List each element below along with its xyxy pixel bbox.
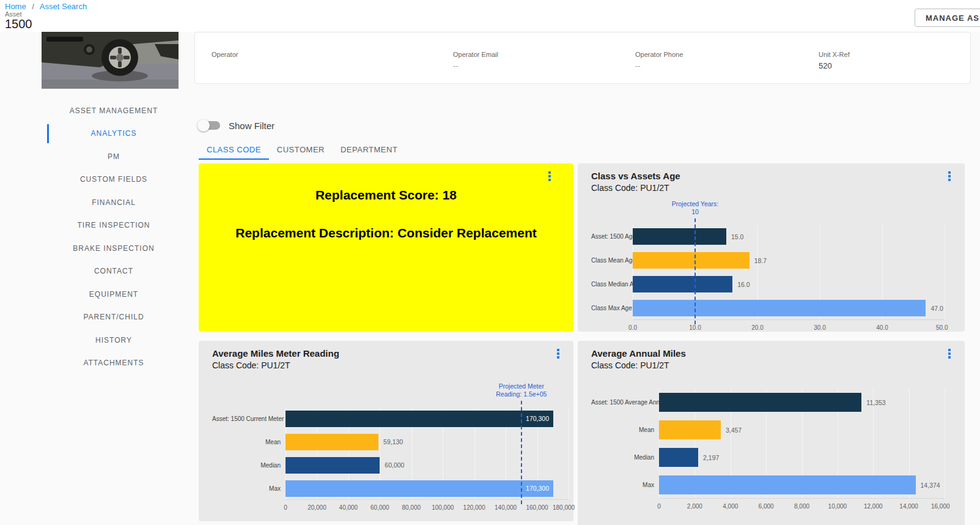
sidebar-item-custom-fields[interactable]: CUSTOM FIELDS (46, 168, 182, 192)
x-axis-tick-label: 50.0 (936, 324, 948, 331)
category-label: Class Max Age (591, 305, 633, 311)
chart-subtitle: Class Code: PU1/2T (591, 360, 669, 370)
x-axis-tick-label: 140,000 (495, 504, 517, 511)
chart-row: Median2,197 (591, 444, 945, 471)
category-label: Median (591, 454, 659, 461)
x-axis-tick-label: 20.0 (751, 324, 763, 331)
chart-menu-icon[interactable] (544, 169, 555, 183)
operator-email-value: -- (453, 61, 498, 70)
x-axis-tick-label: 6,000 (759, 503, 774, 510)
tab-class-code[interactable]: CLASS CODE (199, 140, 269, 160)
x-axis-tick-label: 0 (284, 504, 287, 511)
sidebar-item-history[interactable]: HISTORY (46, 329, 182, 352)
unit-xref-label: Unit X-Ref (819, 51, 850, 58)
bar-value-label: 3,457 (726, 426, 742, 434)
x-axis-tick-label: 40,000 (339, 504, 358, 511)
sidebar-item-tire-inspection[interactable]: TIRE INSPECTION (46, 214, 182, 237)
bar: 170,300 (286, 411, 553, 427)
chart-plot-area: Asset: 1500 Average Annual11,353Mean3,45… (591, 389, 945, 525)
manage-asset-button[interactable]: MANAGE ASSET (915, 9, 980, 27)
breadcrumb-separator: / (32, 2, 34, 11)
chart-menu-icon[interactable] (553, 347, 564, 360)
bar (659, 475, 916, 494)
sidebar-item-parent-child[interactable]: PARENT/CHILD (46, 306, 182, 329)
chart-plot-area: Projected MeterReading: 1.5e+05 Asset: 1… (212, 407, 569, 521)
x-axis-tick-label: 30.0 (814, 324, 825, 331)
show-filter-label: Show Filter (229, 121, 274, 131)
x-axis-tick-label: 120,000 (463, 504, 485, 511)
chart-menu-icon[interactable] (944, 347, 955, 360)
bar-value-label: 60,000 (385, 461, 404, 469)
bar-value-label: 18.7 (754, 257, 767, 264)
tab-department[interactable]: DEPARTMENT (333, 140, 405, 160)
sidebar-item-financial[interactable]: FINANCIAL (46, 191, 182, 214)
category-label: Asset: 1500 Average Annual (591, 399, 659, 406)
chart-subtitle: Class Code: PU1/2T (591, 183, 669, 193)
analytics-tabs: CLASS CODE CUSTOMER DEPARTMENT (199, 140, 405, 160)
x-axis-tick-label: 100,000 (432, 504, 454, 511)
chart-title: Class vs Assets Age (591, 171, 680, 181)
chart-plot-area: Projected Years:10 Asset: 1500 Age15.0Cl… (591, 225, 945, 332)
sidebar-item-pm[interactable]: PM (46, 145, 182, 168)
sidebar-item-contact[interactable]: CONTACT (46, 260, 182, 283)
chart-row: Max170,300 (212, 477, 569, 500)
x-axis-tick-label: 4,000 (723, 503, 738, 510)
x-axis-tick-label: 160,000 (526, 504, 548, 511)
bar-value-label: 14,374 (921, 482, 940, 489)
chart-row: Class Max Age47.0 (591, 296, 945, 320)
x-axis-tick-label: 8,000 (794, 503, 809, 510)
x-axis-tick-label: 12,000 (864, 503, 883, 510)
tab-customer[interactable]: CUSTOMER (269, 140, 333, 160)
show-filter-toggle[interactable] (199, 121, 220, 130)
bar (633, 276, 732, 292)
chart-row: Asset: 1500 Average Annual11,353 (591, 389, 945, 416)
sidebar-nav: ASSET MANAGEMENT ANALYTICS PM CUSTOM FIE… (46, 99, 182, 374)
sidebar-item-equipment[interactable]: EQUIPMENT (46, 283, 182, 306)
sidebar-item-attachments[interactable]: ATTACHMENTS (46, 352, 182, 375)
x-axis-tick-label: 16,000 (931, 503, 950, 510)
sidebar-item-asset-management[interactable]: ASSET MANAGEMENT (46, 99, 182, 122)
top-bar: Home / Asset Search Asset 1500 MANAGE AS… (0, 0, 980, 32)
category-label: Mean (591, 426, 659, 433)
x-axis-tick-label: 40.0 (876, 324, 888, 331)
operator-email-label: Operator Email (453, 51, 498, 58)
bar (659, 393, 861, 412)
chart-row: Mean59,130 (212, 430, 569, 453)
breadcrumb: Home / Asset Search (5, 2, 87, 11)
chart-menu-icon[interactable] (944, 169, 955, 183)
bar (286, 434, 378, 450)
replacement-description-text: Replacement Description: Consider Replac… (199, 226, 573, 240)
chart-average-miles-meter-reading: Average Miles Meter Reading Class Code: … (199, 341, 573, 521)
chart-row: Max14,374 (591, 471, 945, 499)
sidebar-item-analytics[interactable]: ANALYTICS (46, 122, 182, 146)
category-label: Mean (212, 439, 286, 445)
operator-info-card: Operator Operator Email -- Operator Phon… (194, 32, 971, 84)
category-label: Asset: 1500 Age (591, 233, 633, 240)
bar-value-label: 47.0 (930, 305, 943, 312)
sidebar-item-brake-inspection[interactable]: BRAKE INSPECTION (46, 237, 182, 260)
x-axis-tick-label: 0.0 (628, 324, 637, 331)
x-axis-tick-label: 60,000 (370, 504, 389, 511)
unit-xref-value: 520 (819, 61, 850, 70)
breadcrumb-asset-search-link[interactable]: Asset Search (40, 2, 87, 11)
category-label: Max (591, 482, 659, 488)
chart-class-vs-assets-age: Class vs Assets Age Class Code: PU1/2T P… (578, 163, 965, 332)
chart-subtitle: Class Code: PU1/2T (212, 360, 290, 370)
category-label: Median (212, 462, 286, 469)
chart-row: Class Mean Age18.7 (591, 248, 945, 272)
asset-photo (42, 32, 179, 89)
bar-value-label: 11,353 (866, 399, 885, 406)
operator-label: Operator (212, 51, 238, 58)
chart-title: Average Annual Miles (591, 348, 686, 359)
bar: 170,300 (286, 480, 553, 497)
x-axis-tick-label: 0 (657, 503, 661, 510)
breadcrumb-home-link[interactable]: Home (5, 2, 26, 11)
x-axis-tick-label: 10,000 (828, 503, 847, 510)
category-label: Class Median Age (591, 281, 633, 288)
chart-title: Average Miles Meter Reading (212, 348, 339, 359)
operator-phone-label: Operator Phone (635, 51, 683, 58)
x-axis-tick-label: 20,000 (308, 504, 326, 511)
x-axis-tick-label: 14,000 (899, 503, 918, 510)
projection-annotation: Projected Years:10 (672, 200, 718, 216)
chart-row: Median60,000 (212, 453, 569, 477)
